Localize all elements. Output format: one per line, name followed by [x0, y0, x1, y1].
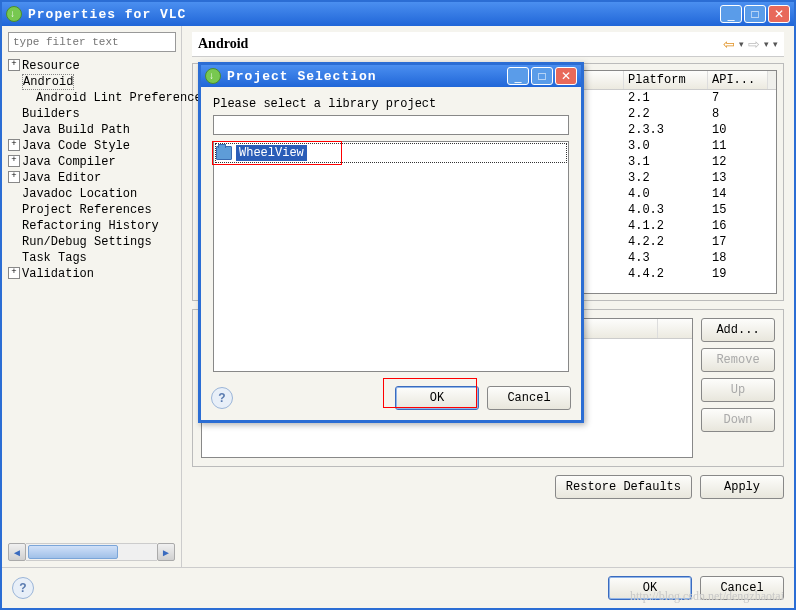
- cancel-button[interactable]: Cancel: [700, 576, 784, 600]
- menu-dropdown[interactable]: ▾: [773, 39, 778, 49]
- list-item[interactable]: WheelView: [216, 144, 566, 162]
- modal-help-icon[interactable]: ?: [211, 387, 233, 409]
- tree-item[interactable]: Validation: [8, 266, 175, 282]
- tree-item[interactable]: Refactoring History: [8, 218, 175, 234]
- dialog-footer: ? OK Cancel: [2, 567, 794, 608]
- modal-minimize-button[interactable]: _: [507, 67, 529, 85]
- tree-item[interactable]: Java Code Style: [8, 138, 175, 154]
- modal-close-button[interactable]: ✕: [555, 67, 577, 85]
- tree-item[interactable]: Android: [8, 74, 175, 90]
- add-button[interactable]: Add...: [701, 318, 775, 342]
- horizontal-scrollbar[interactable]: ◄ ►: [8, 543, 175, 561]
- scroll-track[interactable]: [26, 543, 157, 561]
- tree-item[interactable]: Resource: [8, 58, 175, 74]
- content-header: Android ⇦▾ ⇨▾ ▾: [192, 32, 784, 57]
- help-icon[interactable]: ?: [12, 577, 34, 599]
- maximize-button[interactable]: □: [744, 5, 766, 23]
- scroll-right-arrow[interactable]: ►: [157, 543, 175, 561]
- window-controls: _ □ ✕: [720, 5, 790, 23]
- ok-button[interactable]: OK: [608, 576, 692, 600]
- scroll-thumb[interactable]: [28, 545, 118, 559]
- nav-tree[interactable]: ResourceAndroidAndroid Lint PreferencesB…: [8, 58, 175, 282]
- app-icon: [6, 6, 22, 22]
- tree-item[interactable]: Project References: [8, 202, 175, 218]
- modal-ok-button[interactable]: OK: [395, 386, 479, 410]
- project-selection-dialog: Project Selection _ □ ✕ Please select a …: [198, 62, 584, 423]
- window-title: Properties for VLC: [28, 7, 186, 22]
- history-nav: ⇦▾ ⇨▾ ▾: [723, 36, 778, 52]
- modal-footer: ? OK Cancel: [201, 380, 581, 420]
- tree-item[interactable]: Android Lint Preferences: [8, 90, 175, 106]
- modal-titlebar[interactable]: Project Selection _ □ ✕: [201, 65, 581, 87]
- forward-icon: ⇨: [748, 36, 760, 52]
- tree-item[interactable]: Java Compiler: [8, 154, 175, 170]
- library-buttons: Add... Remove Up Down: [701, 318, 775, 458]
- restore-defaults-button[interactable]: Restore Defaults: [555, 475, 692, 499]
- down-button: Down: [701, 408, 775, 432]
- forward-dropdown[interactable]: ▾: [764, 39, 769, 49]
- close-button[interactable]: ✕: [768, 5, 790, 23]
- minimize-button[interactable]: _: [720, 5, 742, 23]
- back-icon[interactable]: ⇦: [723, 36, 735, 52]
- modal-filter-input[interactable]: [213, 115, 569, 135]
- page-title: Android: [198, 36, 248, 52]
- back-dropdown[interactable]: ▾: [739, 39, 744, 49]
- col-platform[interactable]: Platform: [624, 71, 708, 89]
- modal-instruction: Please select a library project: [213, 97, 569, 111]
- modal-maximize-button[interactable]: □: [531, 67, 553, 85]
- filter-input[interactable]: [8, 32, 176, 52]
- project-name: WheelView: [236, 145, 307, 161]
- up-button: Up: [701, 378, 775, 402]
- scroll-left-arrow[interactable]: ◄: [8, 543, 26, 561]
- modal-cancel-button[interactable]: Cancel: [487, 386, 571, 410]
- remove-button: Remove: [701, 348, 775, 372]
- titlebar[interactable]: Properties for VLC _ □ ✕: [2, 2, 794, 26]
- tree-item[interactable]: Builders: [8, 106, 175, 122]
- modal-project-list[interactable]: WheelView: [213, 141, 569, 372]
- folder-icon: [216, 146, 232, 160]
- tree-item[interactable]: Javadoc Location: [8, 186, 175, 202]
- tree-item[interactable]: Run/Debug Settings: [8, 234, 175, 250]
- col-api[interactable]: API...: [708, 71, 768, 89]
- modal-title: Project Selection: [227, 69, 377, 84]
- modal-body: Please select a library project WheelVie…: [201, 87, 581, 380]
- restore-apply-row: Restore Defaults Apply: [192, 475, 784, 499]
- tree-item[interactable]: Java Editor: [8, 170, 175, 186]
- tree-item[interactable]: Java Build Path: [8, 122, 175, 138]
- tree-item[interactable]: Task Tags: [8, 250, 175, 266]
- apply-button[interactable]: Apply: [700, 475, 784, 499]
- modal-app-icon: [205, 68, 221, 84]
- sidebar: ResourceAndroidAndroid Lint PreferencesB…: [2, 26, 182, 567]
